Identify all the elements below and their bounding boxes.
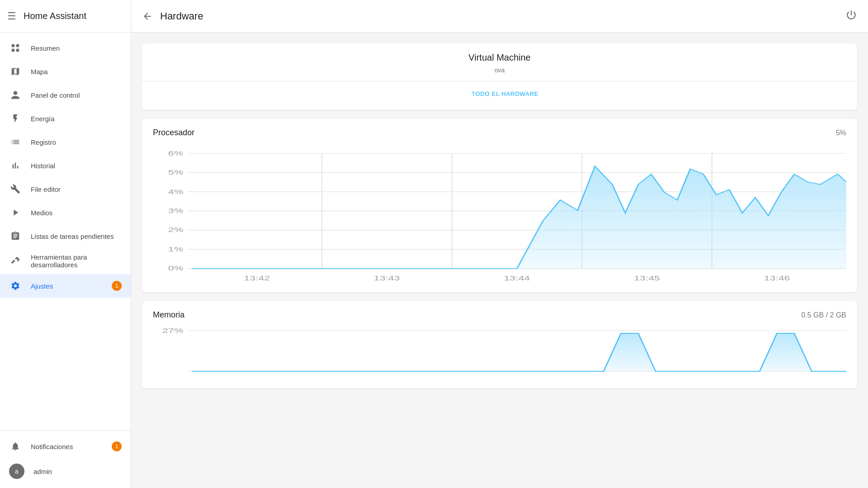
processor-title: Procesador	[153, 128, 194, 137]
sidebar-footer: Notificaciones 1 a admin	[0, 431, 131, 488]
back-button[interactable]	[142, 11, 153, 22]
menu-icon[interactable]: ☰	[7, 10, 16, 22]
svg-rect-2	[12, 49, 14, 52]
wrench-icon	[9, 183, 22, 195]
svg-text:5%: 5%	[168, 169, 183, 176]
sidebar-label-historial: Historial	[31, 162, 55, 170]
svg-text:1%: 1%	[168, 246, 183, 253]
svg-rect-0	[12, 44, 14, 47]
svg-text:2%: 2%	[168, 227, 183, 233]
sidebar-item-ajustes[interactable]: Ajustes 1	[0, 274, 131, 298]
svg-rect-3	[16, 49, 19, 52]
memory-value: 0.5 GB / 2 GB	[801, 311, 846, 319]
sidebar: ☰ Home Assistant Resumen Mapa Panel de c…	[0, 0, 131, 488]
sidebar-label-panel: Panel de control	[31, 91, 80, 99]
sidebar-item-tareas[interactable]: Listas de tareas pendientes	[0, 224, 131, 248]
ajustes-badge: 1	[112, 281, 122, 291]
processor-card: Procesador 5% 6% 5% 4% 3%	[142, 119, 857, 292]
svg-marker-27	[192, 166, 846, 269]
memory-chart-header: Memoria 0.5 GB / 2 GB	[153, 310, 846, 320]
sidebar-item-herramientas[interactable]: Herramientas para desarrolladores	[0, 248, 131, 274]
memory-chart-container: 27%	[153, 325, 846, 379]
topbar: Hardware	[131, 0, 868, 33]
sidebar-item-file-editor[interactable]: File editor	[0, 177, 131, 201]
sidebar-label-file-editor: File editor	[31, 185, 61, 193]
content-area: Virtual Machine ova TODO EL HARDWARE Pro…	[131, 33, 868, 488]
sidebar-label-tareas: Listas de tareas pendientes	[31, 232, 114, 240]
svg-text:0%: 0%	[168, 265, 183, 272]
processor-chart-container: 6% 5% 4% 3% 2% 1% 0% 13:42 13:43 13:44 1…	[153, 143, 846, 283]
sidebar-label-herramientas: Herramientas para desarrolladores	[31, 253, 122, 269]
sidebar-header: ☰ Home Assistant	[0, 0, 131, 33]
processor-value: 5%	[836, 129, 846, 137]
power-button[interactable]	[845, 9, 857, 24]
sidebar-label-medios: Medios	[31, 209, 52, 217]
vm-subtitle: ova	[153, 66, 846, 74]
app-title: Home Assistant	[24, 11, 86, 21]
sidebar-item-admin[interactable]: a admin	[0, 458, 131, 484]
processor-chart-header: Procesador 5%	[153, 128, 846, 137]
sidebar-label-admin: admin	[33, 468, 52, 475]
main-content: Hardware Virtual Machine ova TODO EL HAR…	[131, 0, 868, 488]
svg-text:4%: 4%	[168, 188, 183, 195]
vm-title: Virtual Machine	[153, 52, 846, 63]
svg-rect-1	[16, 44, 19, 47]
svg-text:13:43: 13:43	[374, 275, 400, 282]
sidebar-item-historial[interactable]: Historial	[0, 154, 131, 177]
map-icon	[9, 65, 22, 78]
sidebar-item-notificaciones[interactable]: Notificaciones 1	[0, 435, 131, 458]
list-icon	[9, 136, 22, 148]
sidebar-nav: Resumen Mapa Panel de control Energía	[0, 33, 131, 431]
memory-chart-svg: 27%	[153, 325, 846, 379]
memory-title: Memoria	[153, 310, 185, 320]
sidebar-label-ajustes: Ajustes	[31, 282, 53, 290]
svg-text:27%: 27%	[162, 327, 183, 334]
gear-icon	[9, 280, 22, 292]
svg-text:3%: 3%	[168, 208, 183, 214]
bell-icon	[9, 440, 22, 453]
sidebar-label-notificaciones: Notificaciones	[31, 443, 73, 450]
memory-card: Memoria 0.5 GB / 2 GB 27%	[142, 301, 857, 389]
processor-chart-svg: 6% 5% 4% 3% 2% 1% 0% 13:42 13:43 13:44 1…	[153, 143, 846, 283]
sidebar-item-resumen[interactable]: Resumen	[0, 36, 131, 60]
clipboard-icon	[9, 230, 22, 242]
sidebar-label-resumen: Resumen	[31, 44, 60, 52]
notificaciones-badge: 1	[112, 441, 122, 451]
svg-text:13:44: 13:44	[504, 275, 530, 282]
bar-chart-icon	[9, 159, 22, 172]
sidebar-item-panel[interactable]: Panel de control	[0, 83, 131, 107]
todo-hardware-link[interactable]: TODO EL HARDWARE	[460, 87, 538, 101]
svg-text:6%: 6%	[168, 150, 183, 156]
play-icon	[9, 206, 22, 219]
sidebar-label-registro: Registro	[31, 138, 56, 146]
sidebar-item-registro[interactable]: Registro	[0, 130, 131, 154]
avatar: a	[9, 464, 24, 479]
sidebar-item-mapa[interactable]: Mapa	[0, 60, 131, 83]
page-title: Hardware	[160, 10, 203, 22]
sidebar-item-medios[interactable]: Medios	[0, 201, 131, 224]
svg-text:13:42: 13:42	[244, 275, 270, 282]
vm-card: Virtual Machine ova TODO EL HARDWARE	[142, 43, 857, 110]
sidebar-item-energia[interactable]: Energía	[0, 107, 131, 130]
svg-marker-31	[192, 333, 846, 371]
sidebar-label-energia: Energía	[31, 115, 55, 123]
svg-text:13:46: 13:46	[764, 275, 790, 282]
grid-icon	[9, 42, 22, 54]
svg-text:13:45: 13:45	[634, 275, 660, 282]
sidebar-label-mapa: Mapa	[31, 68, 48, 76]
bolt-icon	[9, 112, 22, 125]
hammer-icon	[9, 255, 22, 267]
person-icon	[9, 89, 22, 101]
